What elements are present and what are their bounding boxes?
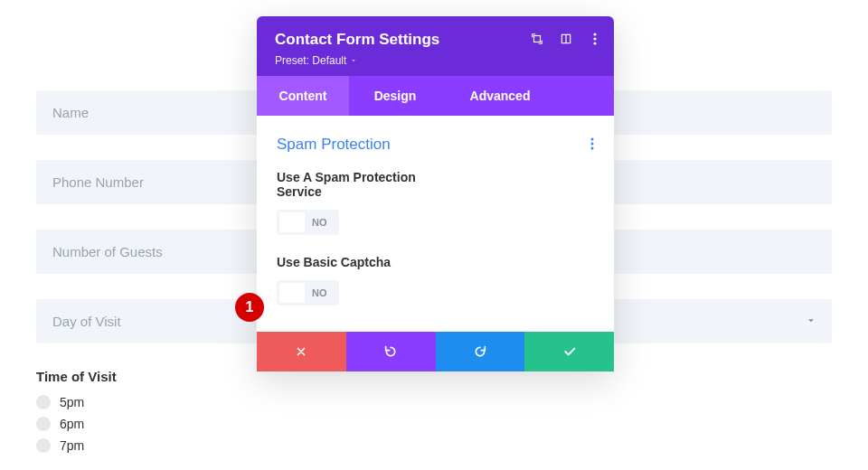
svg-point-5 <box>593 42 596 44</box>
svg-point-6 <box>591 138 594 141</box>
annotation-badge: 1 <box>235 293 264 322</box>
toggle-knob <box>279 212 305 232</box>
radio-icon <box>36 417 51 431</box>
svg-point-3 <box>593 33 596 35</box>
time-option-label: 7pm <box>60 438 84 453</box>
section-menu-icon[interactable] <box>590 136 594 153</box>
settings-modal: Contact Form Settings Preset: Default Co… <box>257 16 614 371</box>
toggle-value: NO <box>305 287 336 298</box>
tab-advanced[interactable]: Advanced <box>441 76 559 116</box>
save-button[interactable] <box>524 332 614 371</box>
preset-label: Preset: Default <box>275 54 346 67</box>
snap-icon[interactable] <box>560 33 572 45</box>
tab-design[interactable]: Design <box>349 76 441 116</box>
caret-down-icon <box>350 57 357 64</box>
time-option[interactable]: 7pm <box>36 438 832 453</box>
section-title[interactable]: Spam Protection <box>277 136 391 154</box>
close-icon <box>295 345 307 358</box>
chevron-down-icon <box>805 314 817 329</box>
preset-selector[interactable]: Preset: Default <box>275 54 596 67</box>
cancel-button[interactable] <box>257 332 346 371</box>
basic-captcha-label: Use Basic Captcha <box>277 255 458 269</box>
redo-button[interactable] <box>436 332 525 371</box>
panel-content: Spam Protection Use A Spam Protection Se… <box>257 116 614 332</box>
spam-service-label: Use A Spam Protection Service <box>277 170 458 199</box>
radio-icon <box>36 395 51 409</box>
time-option[interactable]: 6pm <box>36 417 832 431</box>
svg-rect-0 <box>534 36 541 42</box>
tabs: Content Design Advanced <box>257 76 614 116</box>
header-actions <box>531 33 601 45</box>
tab-content[interactable]: Content <box>257 76 349 116</box>
undo-button[interactable] <box>346 332 436 371</box>
time-option-label: 5pm <box>60 395 84 409</box>
svg-point-8 <box>591 147 594 150</box>
radio-icon <box>36 438 51 453</box>
time-option[interactable]: 5pm <box>36 395 832 409</box>
modal-footer <box>257 332 614 371</box>
svg-point-4 <box>593 37 596 40</box>
day-select-label: Day of Visit <box>52 314 121 329</box>
kebab-icon[interactable] <box>589 33 601 45</box>
modal-header: Contact Form Settings Preset: Default <box>257 16 614 76</box>
basic-captcha-toggle[interactable]: NO <box>277 280 339 306</box>
spam-service-toggle[interactable]: NO <box>277 210 339 235</box>
toggle-value: NO <box>305 217 336 228</box>
expand-icon[interactable] <box>531 33 543 45</box>
redo-icon <box>473 344 487 359</box>
section-header: Spam Protection <box>277 136 594 154</box>
time-option-label: 6pm <box>60 417 84 431</box>
undo-icon <box>383 344 398 359</box>
check-icon <box>562 344 577 359</box>
toggle-knob <box>279 283 305 303</box>
svg-point-7 <box>591 143 594 146</box>
